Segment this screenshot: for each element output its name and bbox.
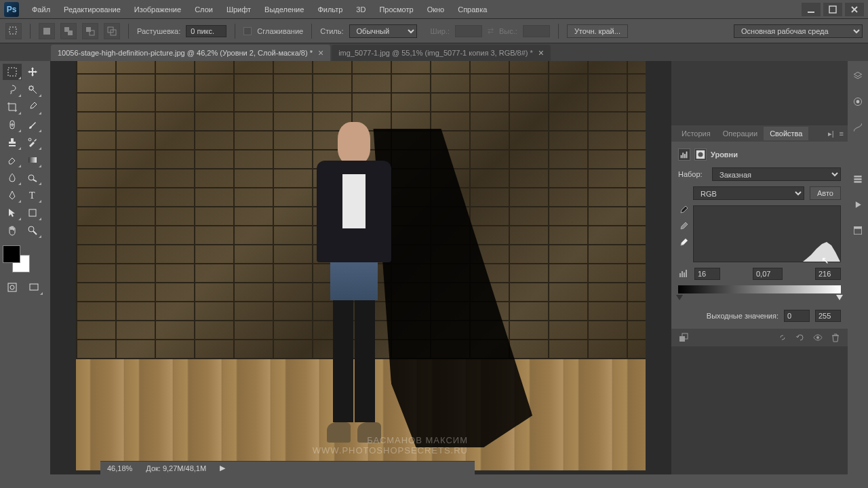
svg-point-32 (698, 152, 703, 157)
history-panel-icon[interactable] (851, 172, 865, 186)
status-zoom[interactable]: 46,18% (107, 464, 132, 472)
tool-eyedropper[interactable] (23, 99, 42, 115)
menu-layers[interactable]: Слои (189, 3, 219, 16)
doc-tab-1[interactable]: 10056-stage-high-definition-picture.jpg … (51, 45, 330, 61)
visibility-icon[interactable] (812, 332, 823, 343)
status-docinfo[interactable]: Док: 9,27M/48,1M (146, 464, 206, 472)
close-button[interactable] (845, 3, 864, 16)
main-area: T (0, 61, 868, 474)
width-label: Шир.: (431, 27, 450, 35)
canvas-image (76, 61, 646, 470)
actions-panel-icon[interactable] (851, 198, 865, 211)
layers-panel-icon[interactable] (851, 69, 865, 83)
menu-window[interactable]: Окно (421, 3, 451, 16)
menu-3d[interactable]: 3D (350, 3, 372, 16)
slider-black[interactable] (676, 295, 683, 300)
tool-hand[interactable] (3, 222, 22, 239)
workspace-select[interactable]: Основная рабочая среда (734, 24, 863, 38)
subtract-selection-icon[interactable] (82, 23, 98, 39)
tool-history-brush[interactable] (23, 134, 42, 150)
tool-screenmode[interactable] (24, 279, 43, 296)
style-label: Стиль: (320, 27, 343, 35)
canvas-area: БАСМАНОВ МАКСИМ WWW.PHOTOSHOPSECRETS.RU … (50, 61, 671, 474)
panel-tabs: История Операции Свойства ▸| ≡ (671, 125, 848, 142)
menu-view[interactable]: Просмотр (373, 3, 419, 16)
tool-shape[interactable] (23, 205, 42, 221)
titlebar: Ps Файл Редактирование Изображение Слои … (0, 0, 868, 19)
paths-panel-icon[interactable] (851, 121, 865, 134)
properties-panel-icon[interactable] (851, 224, 865, 237)
close-icon[interactable]: × (318, 47, 323, 58)
level-black-input[interactable] (694, 268, 720, 280)
tool-wand[interactable] (23, 81, 42, 98)
eyedrop-white-icon[interactable] (678, 238, 689, 249)
close-icon[interactable]: × (538, 47, 544, 58)
mask-icon (694, 148, 707, 161)
panel-tab-properties[interactable]: Свойства (764, 127, 808, 140)
output-white-input[interactable] (815, 310, 841, 322)
menu-edit[interactable]: Редактирование (58, 3, 127, 16)
eyedrop-gray-icon[interactable] (678, 222, 689, 232)
menu-help[interactable]: Справка (452, 3, 493, 16)
tool-text[interactable]: T (23, 187, 42, 203)
reset-icon[interactable] (795, 332, 806, 343)
tool-brush[interactable] (23, 117, 42, 133)
tool-pen[interactable] (3, 187, 22, 203)
status-play-icon[interactable]: ▶ (220, 464, 225, 472)
tool-stamp[interactable] (3, 134, 22, 150)
panel-menu-icon[interactable]: ≡ (840, 129, 844, 138)
channel-select[interactable]: RGB (693, 186, 804, 200)
minimize-button[interactable] (802, 3, 821, 16)
level-mid-input[interactable] (753, 268, 783, 280)
tool-lasso[interactable] (3, 81, 22, 98)
refine-edge-button[interactable]: Уточн. край... (567, 24, 628, 38)
output-black-input[interactable] (784, 310, 810, 322)
maximize-button[interactable] (823, 3, 842, 16)
link-icon[interactable] (777, 332, 788, 343)
intersect-selection-icon[interactable] (104, 23, 120, 39)
tool-marquee[interactable] (3, 64, 22, 80)
doc-tab-1-label: 10056-stage-high-definition-picture.jpg … (58, 49, 313, 57)
trash-icon[interactable] (830, 332, 841, 343)
menu-type[interactable]: Шрифт (220, 3, 257, 16)
menu-filter[interactable]: Фильтр (311, 3, 349, 16)
level-white-input[interactable] (815, 268, 841, 280)
tool-path-select[interactable] (3, 205, 22, 221)
menu-file[interactable]: Файл (26, 3, 56, 16)
clip-layer-icon[interactable] (678, 332, 689, 343)
add-selection-icon[interactable] (60, 23, 77, 39)
current-tool-icon[interactable] (5, 23, 22, 39)
canvas-viewport[interactable] (50, 61, 671, 474)
new-selection-icon[interactable] (39, 23, 55, 39)
feather-input[interactable] (186, 25, 226, 37)
menu-image[interactable]: Изображение (128, 3, 187, 16)
slider-white[interactable] (836, 295, 843, 300)
tool-eraser[interactable] (3, 152, 22, 168)
tool-quickmask[interactable] (3, 279, 22, 296)
histogram[interactable]: ↖ (693, 205, 841, 262)
tool-blur[interactable] (3, 169, 22, 186)
doc-tab-2-label: img_5077-1.jpg @ 55,1% (img_5077-1 копия… (338, 49, 533, 57)
channels-panel-icon[interactable] (851, 95, 865, 108)
tool-dodge[interactable] (23, 169, 42, 186)
gradient-sliders[interactable] (678, 296, 841, 302)
tool-move[interactable] (23, 64, 42, 80)
panel-tab-history[interactable]: История (675, 127, 717, 140)
auto-button[interactable]: Авто (810, 186, 841, 200)
tool-healing[interactable] (3, 117, 22, 133)
svg-text:T: T (29, 190, 35, 201)
svg-point-39 (816, 336, 819, 339)
tool-zoom[interactable] (23, 222, 42, 239)
foreground-color[interactable] (3, 245, 20, 263)
tool-crop[interactable] (3, 99, 22, 115)
style-select[interactable]: Обычный (349, 24, 417, 38)
doc-tab-2[interactable]: img_5077-1.jpg @ 55,1% (img_5077-1 копия… (332, 45, 551, 61)
antialias-checkbox[interactable] (243, 27, 252, 35)
panel-tab-actions[interactable]: Операции (717, 127, 764, 140)
eyedrop-black-icon[interactable] (678, 205, 689, 216)
panel-collapse-icon[interactable]: ▸| (828, 129, 834, 138)
output-gradient[interactable] (678, 285, 841, 293)
tool-gradient[interactable] (23, 152, 42, 168)
menu-select[interactable]: Выделение (258, 3, 310, 16)
preset-select[interactable]: Заказная (712, 167, 841, 181)
